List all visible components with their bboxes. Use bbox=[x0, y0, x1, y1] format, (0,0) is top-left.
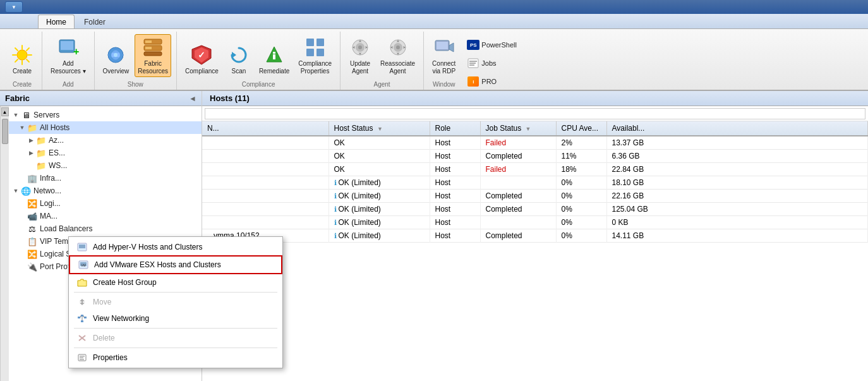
scroll-up-button[interactable]: ▲ bbox=[1, 107, 9, 116]
ribbon-group-window: Connectvia RDP Window PS PowerShell bbox=[424, 32, 525, 90]
reassociate-button[interactable]: ReassociateAgent bbox=[377, 34, 418, 77]
col-cpu-ave[interactable]: CPU Ave... bbox=[556, 121, 606, 136]
svg-rect-25 bbox=[273, 52, 275, 54]
add-resources-icon: + bbox=[57, 36, 80, 59]
sun-icon bbox=[11, 44, 33, 66]
table-row[interactable]: ℹOK (Limited) Host 0% 18.10 GB bbox=[202, 176, 868, 190]
search-input[interactable] bbox=[205, 108, 865, 119]
title-bar: ▼ bbox=[0, 0, 868, 14]
table-row[interactable]: ℹOK (Limited) Host Completed 0% 125.04 G… bbox=[202, 203, 868, 216]
ctx-properties[interactable]: Properties bbox=[69, 349, 282, 366]
tree-item-logical[interactable]: 🔀 Logi... bbox=[9, 197, 202, 210]
pro-label: PRO bbox=[481, 78, 497, 85]
tree-item-mac[interactable]: 📹 MA... bbox=[9, 210, 202, 222]
overview-button[interactable]: Overview bbox=[100, 42, 133, 77]
cell-name bbox=[202, 176, 329, 190]
delete-icon bbox=[76, 333, 88, 343]
lb-label: Load Balancers bbox=[40, 224, 92, 233]
ctx-separator-1 bbox=[74, 292, 277, 293]
tab-home[interactable]: Home bbox=[38, 15, 75, 28]
pro-button[interactable]: i PRO bbox=[464, 73, 520, 90]
cell-job-status: Completed bbox=[480, 190, 556, 203]
infra-label: Infra... bbox=[40, 174, 61, 183]
cell-cpu: 0% bbox=[556, 190, 606, 203]
svg-rect-52 bbox=[81, 320, 83, 322]
move-label: Move bbox=[93, 298, 111, 306]
create-button[interactable]: Create bbox=[8, 42, 37, 77]
lb-icon: ⚖ bbox=[27, 224, 38, 234]
tab-folder[interactable]: Folder bbox=[76, 15, 114, 28]
left-panel-scrollbar[interactable]: ▲ bbox=[0, 106, 9, 381]
cell-name bbox=[202, 203, 329, 216]
tree-item-ws[interactable]: 📁 WS... bbox=[9, 159, 202, 172]
move-icon bbox=[76, 297, 88, 307]
table-row[interactable]: ...vmma 10/152... ℹOK (Limited) Host Com… bbox=[202, 229, 868, 243]
svg-line-8 bbox=[15, 59, 18, 62]
update-agent-button[interactable]: UpdateAgent bbox=[346, 34, 375, 77]
esx-icon: 📁 bbox=[35, 148, 47, 158]
overview-icon bbox=[104, 44, 127, 66]
ctx-create-host-group[interactable]: Create Host Group bbox=[69, 274, 282, 291]
servers-label: Servers bbox=[33, 111, 59, 119]
agent-group-label: Agent bbox=[374, 80, 390, 90]
col-avail[interactable]: Availabl... bbox=[606, 121, 868, 136]
tree-item-networking[interactable]: ▼ 🌐 Netwo... bbox=[9, 184, 202, 197]
col-name[interactable]: N... bbox=[202, 121, 329, 136]
cell-role: Host bbox=[430, 190, 480, 203]
col-job-status[interactable]: Job Status ▼ bbox=[480, 121, 556, 136]
delete-label: Delete bbox=[93, 334, 115, 342]
compliance-button[interactable]: ✓ Compliance bbox=[182, 42, 222, 77]
powershell-button[interactable]: PS PowerShell bbox=[464, 37, 520, 53]
context-menu: Add Hyper-V Hosts and Clusters VM Add VM… bbox=[68, 236, 283, 368]
collapse-button[interactable]: ◄ bbox=[189, 94, 196, 103]
remediate-icon bbox=[263, 44, 286, 66]
title-bar-menu-button[interactable]: ▼ bbox=[5, 1, 23, 13]
svg-rect-20 bbox=[144, 52, 162, 56]
info-icon: ℹ bbox=[334, 179, 337, 186]
table-row[interactable]: OK Host Completed 11% 6.36 GB bbox=[202, 150, 868, 163]
fabric-resources-button[interactable]: FabricResources bbox=[135, 34, 171, 77]
cell-avail: 14.11 GB bbox=[606, 229, 868, 243]
svg-rect-42 bbox=[469, 64, 474, 66]
jobs-button[interactable]: Jobs bbox=[464, 55, 520, 71]
col-role[interactable]: Role bbox=[430, 121, 480, 136]
svg-marker-48 bbox=[80, 299, 85, 305]
tree-item-infra[interactable]: 🏢 Infra... bbox=[9, 172, 202, 184]
cell-role: Host bbox=[430, 136, 480, 150]
remediate-button[interactable]: Remediate bbox=[256, 42, 292, 77]
left-panel-title: Fabric bbox=[5, 94, 30, 103]
col-host-status[interactable]: Host Status ▼ bbox=[329, 121, 430, 136]
connect-rdp-button[interactable]: Connectvia RDP bbox=[429, 34, 459, 77]
cell-name bbox=[202, 216, 329, 229]
table-row[interactable]: ℹOK (Limited) Host 0% 0 KB bbox=[202, 216, 868, 229]
cell-cpu: 0% bbox=[556, 216, 606, 229]
tree-item-servers[interactable]: ▼ 🖥 Servers bbox=[9, 109, 202, 121]
cell-role: Host bbox=[430, 163, 480, 176]
ctx-add-hyperv[interactable]: Add Hyper-V Hosts and Clusters bbox=[69, 239, 282, 255]
tree-item-esx[interactable]: ▶ 📁 ES... bbox=[9, 147, 202, 159]
scan-button[interactable]: Scan bbox=[224, 42, 253, 77]
table-row[interactable]: OK Host Failed 2% 13.37 GB bbox=[202, 136, 868, 150]
table-row[interactable]: ℹOK (Limited) Host Completed 0% 22.16 GB bbox=[202, 190, 868, 203]
compliance-group-label: Compliance bbox=[242, 80, 275, 90]
scroll-thumb[interactable] bbox=[2, 119, 8, 144]
pp-icon: 🔌 bbox=[27, 262, 38, 272]
svg-rect-24 bbox=[273, 54, 275, 59]
tree-item-load-balancers[interactable]: ⚖ Load Balancers bbox=[9, 222, 202, 235]
tree-item-azure[interactable]: ▶ 📁 Az... bbox=[9, 134, 202, 147]
compliance-properties-button[interactable]: ComplianceProperties bbox=[295, 34, 335, 77]
add-resources-button[interactable]: + AddResources ▾ bbox=[47, 34, 89, 77]
ribbon-group-create: Create Create bbox=[3, 32, 42, 90]
cell-job-status: Completed bbox=[480, 229, 556, 243]
ctx-add-vmware[interactable]: VM Add VMware ESX Hosts and Clusters bbox=[69, 255, 282, 274]
ctx-view-networking[interactable]: View Networking bbox=[69, 310, 282, 327]
cell-role: Host bbox=[430, 229, 480, 243]
ribbon-group-compliance: ✓ Compliance Scan bbox=[177, 32, 341, 90]
tree-item-all-hosts[interactable]: ▼ 📁 All Hosts bbox=[9, 121, 202, 134]
col-avail-label: Availabl... bbox=[612, 124, 645, 133]
cell-role: Host bbox=[430, 216, 480, 229]
table-row[interactable]: OK Host Failed 18% 22.84 GB bbox=[202, 163, 868, 176]
svg-rect-26 bbox=[306, 39, 314, 46]
host-status-sort-icon: ▼ bbox=[377, 126, 383, 132]
svg-rect-61 bbox=[80, 359, 84, 360]
